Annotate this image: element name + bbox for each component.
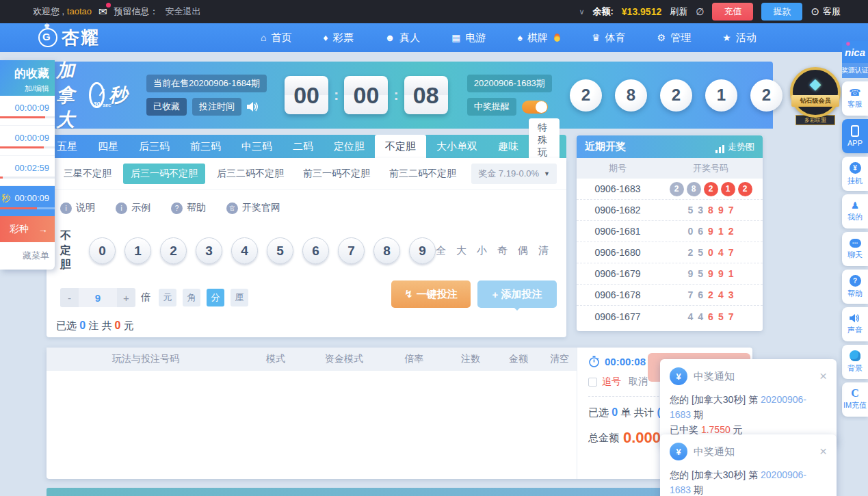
sidebar-item-background[interactable]: 背景	[842, 345, 868, 379]
recent-draws-panel: 近期开奖 走势图 期号 开奖号码 0906-1683 2 8 2 1 2 090…	[577, 135, 763, 331]
chevron-down-icon[interactable]: ∨	[579, 8, 584, 16]
withdraw-button[interactable]: 提款	[761, 3, 802, 21]
col-clear[interactable]: 清空	[542, 353, 577, 365]
nav-item-home[interactable]: ⌂首页	[261, 31, 291, 44]
chase-checkbox[interactable]	[588, 378, 597, 387]
trend-chart-link[interactable]: 走势图	[715, 141, 754, 153]
logout-link[interactable]: 安全退出	[166, 5, 201, 18]
pick-ball-3[interactable]: 3	[196, 237, 222, 264]
link-shuoming[interactable]: i说明	[60, 202, 95, 214]
link-guanwang[interactable]: 官开奖官网	[226, 202, 280, 214]
stepper-value[interactable]: 9	[79, 288, 117, 307]
unit-li[interactable]: 厘	[231, 289, 248, 306]
tab-housanma[interactable]: 后三码	[129, 135, 180, 158]
pick-ball-8[interactable]: 8	[373, 237, 400, 264]
win-remind-toggle[interactable]	[522, 101, 548, 114]
quick-even[interactable]: 偶	[518, 244, 528, 257]
link-shili[interactable]: i示例	[116, 202, 150, 214]
brand-logo[interactable]: ♚G 杏耀	[38, 26, 100, 50]
link-bangzhu[interactable]: ?帮助	[171, 202, 206, 214]
notification-dot	[106, 3, 111, 8]
more-lotteries-button[interactable]: 彩种 →	[0, 216, 55, 242]
nav-item-sports[interactable]: ♛体育	[592, 31, 626, 44]
quick-bet-button[interactable]: ↯一键投注	[391, 280, 471, 308]
favorite-item-active[interactable]: 秒00:00:09	[0, 186, 55, 216]
quick-clear[interactable]: 清	[538, 244, 549, 257]
sidebar-item-im-recharge[interactable]: C IM充值	[842, 382, 868, 417]
yen-badge-icon: ¥	[670, 443, 687, 460]
subtab-4[interactable]: 前三二码不定胆	[382, 164, 464, 184]
favorite-item[interactable]: 00:00:09	[0, 126, 55, 156]
row-numbers: 44657	[659, 311, 763, 322]
tab-erma[interactable]: 二码	[282, 135, 324, 158]
favorite-item[interactable]: 00:02:59	[0, 156, 55, 186]
result-ball: 8	[615, 79, 647, 112]
tab-zhongsanma[interactable]: 中三码	[231, 135, 282, 158]
sidebar-item-sound[interactable]: 声音	[842, 307, 868, 341]
number-balls: 0 1 2 3 4 5 6 7 8 9	[89, 237, 436, 264]
favorites-edit-link[interactable]: 加/编辑	[0, 83, 49, 94]
tab-dingweidan[interactable]: 定位胆	[324, 135, 375, 158]
quick-all[interactable]: 全	[436, 244, 446, 257]
subtab-3[interactable]: 前三一码不定胆	[295, 164, 378, 184]
tab-sixing[interactable]: 四星	[88, 135, 129, 158]
nav-item-activity[interactable]: ★活动	[722, 31, 757, 44]
total-label: 总金额	[588, 432, 619, 445]
sidebar-item-autobet[interactable]: ¥ 挂机	[842, 157, 868, 191]
countdown: 00 : 00 : 08	[285, 76, 448, 114]
hide-menu-link[interactable]: 藏菜单	[0, 242, 55, 270]
subtab-0[interactable]: 三星不定胆	[56, 164, 119, 184]
recharge-button[interactable]: 充值	[712, 3, 753, 21]
selected-summary: 已选 0 注 共 0 元	[47, 307, 566, 332]
tab-daxiaodanshuang[interactable]: 大小单双	[426, 135, 488, 158]
row-issue: 0906-1678	[577, 289, 659, 300]
subtab-1-active[interactable]: 后三一码不定胆	[123, 164, 205, 184]
mail-icon[interactable]: ✉	[98, 5, 107, 18]
eye-off-icon[interactable]: ∅	[696, 6, 704, 17]
unit-fen-active[interactable]: 分	[207, 289, 224, 306]
win-notification: ¥ 中奖通知 × 您的 [加拿大30秒] 第 20200906-1683 期 已…	[660, 434, 837, 496]
refresh-button[interactable]: 刷新	[670, 5, 687, 18]
nav-item-egame[interactable]: ▦电游	[451, 31, 486, 44]
unit-yuan[interactable]: 元	[159, 289, 176, 306]
chase-label[interactable]: 追号	[602, 376, 621, 388]
add-bet-button[interactable]: +添加投注	[477, 280, 557, 308]
pick-ball-6[interactable]: 6	[302, 237, 329, 264]
unit-jiao[interactable]: 角	[183, 289, 200, 306]
sidebar-item-profile[interactable]: ♟ 我的	[842, 194, 868, 229]
nav-item-chess[interactable]: ♠棋牌	[518, 31, 560, 44]
pick-ball-5[interactable]: 5	[267, 237, 293, 264]
pick-ball-7[interactable]: 7	[338, 237, 365, 264]
tab-budingdan-active[interactable]: 不定胆	[375, 135, 426, 158]
favorite-item[interactable]: 00:00:09	[0, 96, 55, 126]
plus-icon: +	[492, 289, 499, 300]
close-icon[interactable]: ×	[819, 371, 827, 382]
pick-ball-0[interactable]: 0	[89, 237, 116, 264]
favorited-badge[interactable]: 已收藏	[146, 98, 187, 116]
sidebar-item-app[interactable]: APP	[842, 119, 868, 153]
pick-ball-2[interactable]: 2	[160, 237, 187, 264]
nav-item-lottery[interactable]: ♦彩票	[323, 31, 353, 44]
stepper-minus-button[interactable]: -	[60, 288, 79, 307]
stepper-plus-button[interactable]: +	[117, 288, 135, 307]
pick-ball-4[interactable]: 4	[231, 237, 258, 264]
pick-ball-1[interactable]: 1	[124, 237, 151, 264]
sidebar-brand[interactable]: nica	[842, 41, 868, 63]
subtab-2[interactable]: 后三二码不定胆	[209, 164, 291, 184]
sidebar-item-help[interactable]: ? 帮助	[842, 270, 868, 304]
nav-item-manage[interactable]: ⚙管理	[657, 31, 692, 44]
speaker-icon[interactable]	[247, 101, 259, 112]
bonus-select[interactable]: 奖金 7.19-0.0% ▼	[471, 164, 557, 184]
service-button[interactable]: ⊙ 客服	[811, 5, 841, 18]
quick-small[interactable]: 小	[477, 244, 487, 257]
quick-big[interactable]: 大	[456, 244, 466, 257]
close-icon[interactable]: ×	[819, 446, 827, 457]
pick-ball-9[interactable]: 9	[409, 237, 436, 264]
sidebar-item-chat[interactable]: … 聊天	[842, 232, 868, 266]
nav-item-live[interactable]: ☻真人	[385, 31, 421, 44]
tab-qiansanma[interactable]: 前三码	[180, 135, 231, 158]
sidebar-item-service[interactable]: ☎ 客服	[842, 81, 868, 116]
cancel-label[interactable]: 取消	[629, 376, 648, 388]
quick-odd[interactable]: 奇	[497, 244, 508, 257]
tab-quwei[interactable]: 趣味	[488, 135, 529, 158]
